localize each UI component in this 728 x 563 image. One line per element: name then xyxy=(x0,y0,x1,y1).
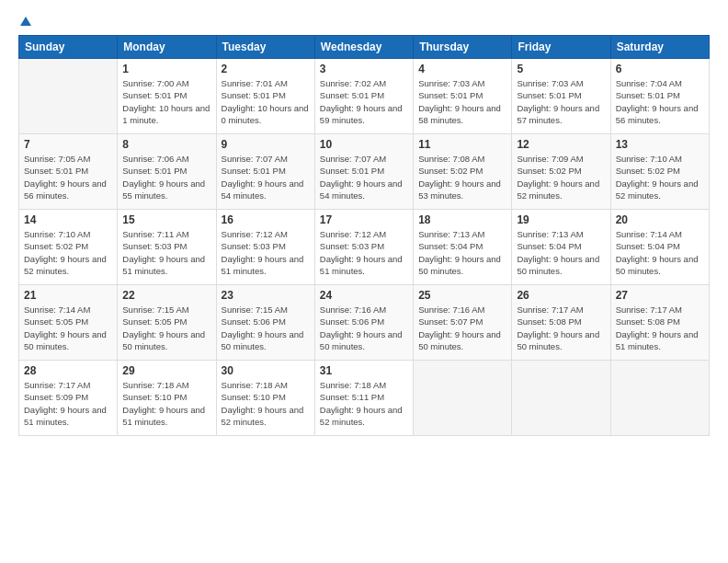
calendar-week-3: 14Sunrise: 7:10 AMSunset: 5:02 PMDayligh… xyxy=(19,210,710,285)
day-info: Sunrise: 7:17 AMSunset: 5:08 PMDaylight:… xyxy=(517,304,605,352)
day-info: Sunrise: 7:13 AMSunset: 5:04 PMDaylight:… xyxy=(517,228,605,277)
day-number: 2 xyxy=(222,63,310,75)
header xyxy=(18,15,710,28)
day-info: Sunrise: 7:17 AMSunset: 5:09 PMDaylight:… xyxy=(24,379,112,428)
calendar-cell: 14Sunrise: 7:10 AMSunset: 5:02 PMDayligh… xyxy=(19,210,118,285)
day-number: 6 xyxy=(616,63,704,75)
day-info: Sunrise: 7:17 AMSunset: 5:08 PMDaylight:… xyxy=(616,304,704,352)
day-number: 23 xyxy=(222,289,310,302)
day-number: 27 xyxy=(616,289,704,302)
page: SundayMondayTuesdayWednesdayThursdayFrid… xyxy=(0,0,728,563)
day-number: 18 xyxy=(418,213,506,226)
weekday-header-sunday: Sunday xyxy=(19,36,118,59)
day-number: 1 xyxy=(122,63,210,75)
calendar-cell: 12Sunrise: 7:09 AMSunset: 5:02 PMDayligh… xyxy=(512,134,610,210)
day-info: Sunrise: 7:03 AMSunset: 5:01 PMDaylight:… xyxy=(517,77,605,126)
calendar-cell: 4Sunrise: 7:03 AMSunset: 5:01 PMDaylight… xyxy=(414,59,512,134)
day-number: 5 xyxy=(517,63,605,75)
day-info: Sunrise: 7:08 AMSunset: 5:02 PMDaylight:… xyxy=(418,153,506,201)
day-number: 10 xyxy=(320,138,408,151)
day-info: Sunrise: 7:18 AMSunset: 5:11 PMDaylight:… xyxy=(320,379,408,428)
day-info: Sunrise: 7:10 AMSunset: 5:02 PMDaylight:… xyxy=(616,153,704,201)
day-info: Sunrise: 7:12 AMSunset: 5:03 PMDaylight:… xyxy=(222,228,310,277)
calendar-cell: 23Sunrise: 7:15 AMSunset: 5:06 PMDayligh… xyxy=(216,285,314,361)
day-number: 25 xyxy=(418,289,506,302)
day-number: 17 xyxy=(320,213,408,226)
calendar-cell: 17Sunrise: 7:12 AMSunset: 5:03 PMDayligh… xyxy=(314,210,413,285)
day-number: 13 xyxy=(616,138,704,151)
day-info: Sunrise: 7:12 AMSunset: 5:03 PMDaylight:… xyxy=(320,228,408,277)
day-number: 29 xyxy=(122,364,210,377)
day-number: 24 xyxy=(320,289,408,302)
weekday-header-thursday: Thursday xyxy=(414,36,512,59)
day-info: Sunrise: 7:16 AMSunset: 5:07 PMDaylight:… xyxy=(418,304,506,352)
day-info: Sunrise: 7:14 AMSunset: 5:05 PMDaylight:… xyxy=(24,304,112,352)
calendar-cell: 25Sunrise: 7:16 AMSunset: 5:07 PMDayligh… xyxy=(414,285,512,361)
calendar-week-5: 28Sunrise: 7:17 AMSunset: 5:09 PMDayligh… xyxy=(19,361,710,436)
calendar-week-1: 1Sunrise: 7:00 AMSunset: 5:01 PMDaylight… xyxy=(19,59,710,134)
calendar-cell: 28Sunrise: 7:17 AMSunset: 5:09 PMDayligh… xyxy=(19,361,118,436)
calendar-cell: 22Sunrise: 7:15 AMSunset: 5:05 PMDayligh… xyxy=(118,285,216,361)
calendar-cell: 9Sunrise: 7:07 AMSunset: 5:01 PMDaylight… xyxy=(216,134,314,210)
day-number: 20 xyxy=(616,213,704,226)
calendar-cell: 3Sunrise: 7:02 AMSunset: 5:01 PMDaylight… xyxy=(314,59,413,134)
day-number: 22 xyxy=(122,289,210,302)
day-number: 8 xyxy=(122,138,210,151)
day-number: 16 xyxy=(222,213,310,226)
day-number: 14 xyxy=(24,213,112,226)
weekday-header-row: SundayMondayTuesdayWednesdayThursdayFrid… xyxy=(19,36,710,59)
calendar-cell xyxy=(19,59,118,134)
day-info: Sunrise: 7:15 AMSunset: 5:06 PMDaylight:… xyxy=(222,304,310,352)
calendar-cell: 13Sunrise: 7:10 AMSunset: 5:02 PMDayligh… xyxy=(610,134,709,210)
calendar-cell: 21Sunrise: 7:14 AMSunset: 5:05 PMDayligh… xyxy=(19,285,118,361)
day-number: 31 xyxy=(320,364,408,377)
day-info: Sunrise: 7:02 AMSunset: 5:01 PMDaylight:… xyxy=(320,77,408,126)
day-number: 4 xyxy=(418,63,506,75)
calendar-cell: 31Sunrise: 7:18 AMSunset: 5:11 PMDayligh… xyxy=(314,361,413,436)
day-info: Sunrise: 7:11 AMSunset: 5:03 PMDaylight:… xyxy=(122,228,210,277)
day-info: Sunrise: 7:00 AMSunset: 5:01 PMDaylight:… xyxy=(122,77,210,126)
weekday-header-wednesday: Wednesday xyxy=(314,36,413,59)
day-info: Sunrise: 7:01 AMSunset: 5:01 PMDaylight:… xyxy=(222,77,310,126)
calendar-cell: 7Sunrise: 7:05 AMSunset: 5:01 PMDaylight… xyxy=(19,134,118,210)
day-number: 28 xyxy=(24,364,112,377)
day-info: Sunrise: 7:07 AMSunset: 5:01 PMDaylight:… xyxy=(222,153,310,201)
day-info: Sunrise: 7:05 AMSunset: 5:01 PMDaylight:… xyxy=(24,153,112,201)
calendar-cell: 1Sunrise: 7:00 AMSunset: 5:01 PMDaylight… xyxy=(118,59,216,134)
day-info: Sunrise: 7:14 AMSunset: 5:04 PMDaylight:… xyxy=(616,228,704,277)
weekday-header-monday: Monday xyxy=(118,36,216,59)
calendar-cell xyxy=(512,361,610,436)
calendar-cell: 29Sunrise: 7:18 AMSunset: 5:10 PMDayligh… xyxy=(118,361,216,436)
day-number: 19 xyxy=(517,213,605,226)
calendar-cell: 24Sunrise: 7:16 AMSunset: 5:06 PMDayligh… xyxy=(314,285,413,361)
day-info: Sunrise: 7:10 AMSunset: 5:02 PMDaylight:… xyxy=(24,228,112,277)
day-number: 30 xyxy=(222,364,310,377)
calendar-cell: 6Sunrise: 7:04 AMSunset: 5:01 PMDaylight… xyxy=(610,59,709,134)
day-number: 11 xyxy=(418,138,506,151)
calendar-cell xyxy=(610,361,709,436)
calendar-cell: 16Sunrise: 7:12 AMSunset: 5:03 PMDayligh… xyxy=(216,210,314,285)
calendar-cell: 30Sunrise: 7:18 AMSunset: 5:10 PMDayligh… xyxy=(216,361,314,436)
day-number: 3 xyxy=(320,63,408,75)
weekday-header-tuesday: Tuesday xyxy=(216,36,314,59)
calendar-cell: 2Sunrise: 7:01 AMSunset: 5:01 PMDaylight… xyxy=(216,59,314,134)
calendar: SundayMondayTuesdayWednesdayThursdayFrid… xyxy=(18,35,710,436)
day-number: 26 xyxy=(517,289,605,302)
day-number: 15 xyxy=(122,213,210,226)
calendar-cell: 19Sunrise: 7:13 AMSunset: 5:04 PMDayligh… xyxy=(512,210,610,285)
calendar-cell: 10Sunrise: 7:07 AMSunset: 5:01 PMDayligh… xyxy=(314,134,413,210)
day-number: 7 xyxy=(24,138,112,151)
weekday-header-saturday: Saturday xyxy=(610,36,709,59)
day-info: Sunrise: 7:16 AMSunset: 5:06 PMDaylight:… xyxy=(320,304,408,352)
day-number: 9 xyxy=(222,138,310,151)
logo xyxy=(18,15,32,28)
calendar-week-2: 7Sunrise: 7:05 AMSunset: 5:01 PMDaylight… xyxy=(19,134,710,210)
day-info: Sunrise: 7:15 AMSunset: 5:05 PMDaylight:… xyxy=(122,304,210,352)
weekday-header-friday: Friday xyxy=(512,36,610,59)
calendar-cell: 18Sunrise: 7:13 AMSunset: 5:04 PMDayligh… xyxy=(414,210,512,285)
calendar-cell: 11Sunrise: 7:08 AMSunset: 5:02 PMDayligh… xyxy=(414,134,512,210)
day-info: Sunrise: 7:18 AMSunset: 5:10 PMDaylight:… xyxy=(222,379,310,428)
day-info: Sunrise: 7:03 AMSunset: 5:01 PMDaylight:… xyxy=(418,77,506,126)
day-info: Sunrise: 7:06 AMSunset: 5:01 PMDaylight:… xyxy=(122,153,210,201)
calendar-cell: 5Sunrise: 7:03 AMSunset: 5:01 PMDaylight… xyxy=(512,59,610,134)
